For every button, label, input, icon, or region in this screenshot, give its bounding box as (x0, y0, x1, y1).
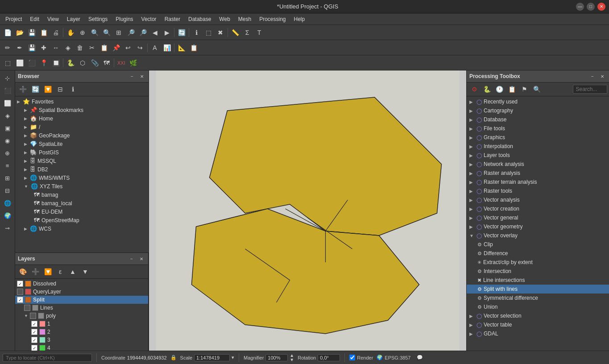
menu-item-raster[interactable]: Raster (161, 15, 184, 23)
statistics-button[interactable]: Σ (241, 27, 253, 38)
browser-item-spatial-bookmarks[interactable]: ▶📌Spatial Bookmarks (15, 106, 149, 114)
lt-btn-9[interactable]: ⊞ (2, 172, 13, 184)
proc-item-extract-clip[interactable]: ✳Extract/clip by extent (467, 258, 609, 267)
proc-history-button[interactable]: 🕐 (493, 83, 505, 95)
magnifier-input[interactable] (265, 354, 288, 361)
proc-category-raster-analysis[interactable]: ▶◯Raster analysis (467, 169, 609, 178)
render-checkbox-label[interactable]: Render (349, 355, 373, 360)
menu-item-view[interactable]: View (44, 15, 62, 23)
layer-item-poly-1[interactable]: ✓1 (15, 320, 148, 328)
add-feature-button[interactable]: ✚ (38, 42, 50, 54)
deselect-all-button[interactable]: ⬜ (14, 57, 25, 69)
proc-results-button[interactable]: 📋 (506, 83, 518, 95)
zoom-out-button[interactable]: 🔍 (101, 27, 112, 38)
deselect-button[interactable]: ✖ (215, 27, 226, 38)
browser-item-eu-dem[interactable]: 🗺EU-DEM (15, 207, 149, 216)
lt-btn-1[interactable]: ⊹ (2, 72, 13, 84)
node-tool-button[interactable]: ◈ (62, 42, 74, 54)
browser-collapse-tree-button[interactable]: ⊟ (54, 83, 66, 95)
browser-item-barnag-local[interactable]: 🗺barnag_local (15, 199, 149, 207)
layer-item-lines[interactable]: Lines (15, 304, 148, 312)
proc-run-button[interactable]: ⚙ (468, 83, 480, 95)
proc-item-line-intersections[interactable]: ✖Line intersections (467, 276, 609, 285)
layer-item-querylayer[interactable]: QueryLayer (15, 288, 148, 296)
browser-item-db2[interactable]: ▶🗄DB2 (15, 165, 149, 174)
epsg-field[interactable]: 🌍 EPSG:3857 (377, 355, 410, 360)
render-checkbox[interactable] (349, 355, 355, 360)
browser-add-button[interactable]: ➕ (17, 83, 29, 95)
browser-item-openstreetmap[interactable]: 🗺OpenStreetMap (15, 216, 149, 224)
layer-item-poly-3[interactable]: ✓3 (15, 336, 148, 344)
layer-item-poly-4[interactable]: ✓4 (15, 344, 148, 351)
menu-item-processing[interactable]: Processing (256, 15, 289, 23)
browser-item-xyz-tiles[interactable]: ▼🌐XYZ Tiles (15, 182, 149, 190)
invert-selection-button[interactable]: ⬛ (26, 57, 37, 69)
proc-item-clip[interactable]: ⚙Clip (467, 240, 609, 249)
lt-btn-12[interactable]: 🌍 (2, 210, 13, 221)
layers-move-up-button[interactable]: ▲ (67, 266, 79, 277)
save-project-button[interactable]: 💾 (26, 27, 37, 38)
grass-button[interactable]: 🌿 (128, 57, 139, 69)
proc-category-interpolation[interactable]: ▶◯Interpolation (467, 142, 609, 151)
menu-item-mesh[interactable]: Mesh (235, 15, 255, 23)
identify-button[interactable]: ℹ (191, 27, 202, 38)
select-features-button[interactable]: ⬚ (2, 57, 13, 69)
lt-btn-3[interactable]: ⬜ (2, 97, 13, 109)
proc-category-file-tools[interactable]: ▶◯File tools (467, 124, 609, 133)
open-project-button[interactable]: 📂 (14, 27, 25, 38)
layer-item-dissolved[interactable]: ✓Dissolved (15, 280, 148, 288)
proc-python-button[interactable]: 🐍 (481, 83, 493, 95)
browser-item-spatialite[interactable]: ▶💎SpatiaLite (15, 140, 149, 148)
browser-item-home[interactable]: ▶🏠Home (15, 114, 149, 123)
browser-filter-button[interactable]: 🔽 (42, 83, 54, 95)
layer-checkbox-poly-4[interactable]: ✓ (31, 345, 37, 351)
delete-selected-button[interactable]: 🗑 (74, 42, 86, 54)
layers-add-button[interactable]: ➕ (29, 266, 41, 277)
select-by-location-button[interactable]: 📍 (38, 57, 50, 69)
move-feature-button[interactable]: ↔ (50, 42, 62, 54)
lt-btn-4[interactable]: ◈ (2, 110, 13, 121)
zoom-layer-button[interactable]: 🔎 (137, 27, 149, 38)
magnifier-spin[interactable]: ▲▼ (290, 353, 294, 362)
save-as-button[interactable]: 📋 (38, 27, 50, 38)
scale-dropdown-icon[interactable]: ▾ (232, 355, 234, 360)
proc-category-graphics[interactable]: ▶◯Graphics (467, 133, 609, 142)
proc-item-intersection[interactable]: ⚙Intersection (467, 267, 609, 276)
map-tips-button[interactable]: 🗺 (101, 57, 112, 69)
browser-item-wmswmts[interactable]: ▶🌐WMS/WMTS (15, 174, 149, 182)
layer-checkbox-dissolved[interactable]: ✓ (17, 281, 23, 287)
layer-checkbox-poly-1[interactable]: ✓ (31, 321, 37, 327)
layer-checkbox-lines[interactable] (24, 305, 30, 311)
proc-help-button[interactable]: 🔍 (531, 83, 543, 95)
measure-button[interactable]: 📏 (229, 27, 241, 38)
browser-item-wcs[interactable]: ▶🌐WCS (15, 224, 149, 233)
browser-item-geopackage[interactable]: ▶📦GeoPackage (15, 131, 149, 140)
layer-checkbox-poly[interactable] (30, 313, 36, 319)
layers-move-down-button[interactable]: ▼ (79, 266, 91, 277)
pan-to-selection-button[interactable]: ⊕ (77, 27, 88, 38)
lt-btn-5[interactable]: ▣ (2, 122, 13, 134)
field-calc-button[interactable]: 📐 (176, 42, 187, 54)
proc-item-symmetrical-difference[interactable]: ⚙Symmetrical difference (467, 294, 609, 302)
lt-btn-10[interactable]: ⊟ (2, 185, 13, 196)
browser-collapse-button[interactable]: − (128, 72, 136, 80)
proc-category-vector-geometry[interactable]: ▶◯Vector geometry (467, 222, 609, 231)
browser-item-postgis[interactable]: ▶🐘PostGIS (15, 148, 149, 157)
browser-item-barnag[interactable]: 🗺barnag (15, 190, 149, 199)
proc-category-vector-table[interactable]: ▶◯Vector table (467, 320, 609, 329)
menu-item-database[interactable]: Database (185, 15, 215, 23)
redo-button[interactable]: ↪ (134, 42, 146, 54)
layers-close-button[interactable]: ✕ (137, 255, 145, 263)
menu-item-plugins[interactable]: Plugins (112, 15, 137, 23)
map-canvas[interactable] (149, 70, 466, 351)
lt-btn-6[interactable]: ◉ (2, 135, 13, 146)
georef-button[interactable]: 📎 (89, 57, 100, 69)
layer-checkbox-split[interactable]: ✓ (17, 297, 23, 303)
proc-category-vector-selection[interactable]: ▶◯Vector selection (467, 311, 609, 320)
diagram-button[interactable]: 📊 (161, 42, 173, 54)
zoom-full-button[interactable]: ⊞ (113, 27, 124, 38)
digitize-button[interactable]: ✏ (2, 42, 13, 54)
lt-btn-2[interactable]: ⬛ (2, 85, 13, 96)
proc-category-vector-overlay[interactable]: ▼◯Vector overlay (467, 231, 609, 240)
menu-item-help[interactable]: Help (290, 15, 309, 23)
